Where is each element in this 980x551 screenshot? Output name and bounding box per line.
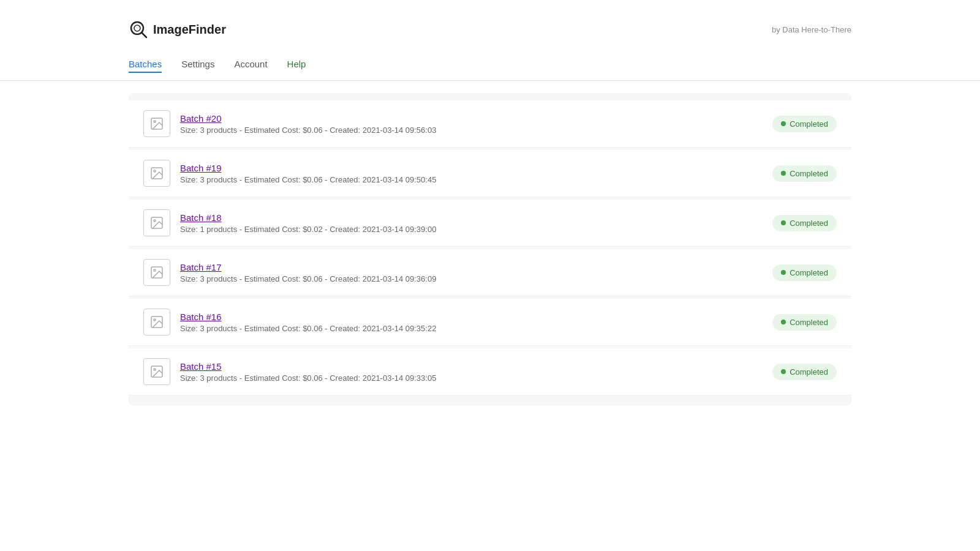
batch-title[interactable]: Batch #18 <box>180 212 763 223</box>
status-dot <box>781 320 786 324</box>
svg-point-2 <box>134 25 140 31</box>
batch-item: Batch #20 Size: 3 products - Estimated C… <box>129 100 851 148</box>
batch-icon <box>143 259 170 286</box>
batch-info: Batch #19 Size: 3 products - Estimated C… <box>180 163 763 184</box>
svg-point-6 <box>154 170 156 172</box>
status-label: Completed <box>790 119 828 129</box>
status-badge: Completed <box>772 364 837 380</box>
batches-container: Batch #20 Size: 3 products - Estimated C… <box>129 93 851 405</box>
main-nav: Batches Settings Account Help <box>0 49 980 81</box>
status-badge: Completed <box>772 116 837 132</box>
batch-details: Size: 3 products - Estimated Cost: $0.06… <box>180 126 763 135</box>
batch-details: Size: 3 products - Estimated Cost: $0.06… <box>180 274 763 283</box>
status-label: Completed <box>790 268 828 277</box>
batch-details: Size: 3 products - Estimated Cost: $0.06… <box>180 324 763 333</box>
batch-title[interactable]: Batch #16 <box>180 312 763 322</box>
batch-title[interactable]: Batch #19 <box>180 163 763 173</box>
status-label: Completed <box>790 318 828 327</box>
status-badge: Completed <box>772 264 837 281</box>
batch-details: Size: 1 products - Estimated Cost: $0.02… <box>180 225 763 234</box>
svg-point-14 <box>154 369 156 370</box>
status-label: Completed <box>790 169 828 178</box>
header-tagline: by Data Here-to-There <box>772 25 851 34</box>
svg-point-8 <box>154 220 156 222</box>
svg-point-10 <box>154 269 156 271</box>
nav-item-batches[interactable]: Batches <box>129 56 162 73</box>
status-label: Completed <box>790 367 828 377</box>
status-badge: Completed <box>772 165 837 182</box>
batch-info: Batch #17 Size: 3 products - Estimated C… <box>180 262 763 283</box>
nav-item-account[interactable]: Account <box>234 56 267 73</box>
batch-item: Batch #16 Size: 3 products - Estimated C… <box>129 299 851 346</box>
main-content: Batch #20 Size: 3 products - Estimated C… <box>0 81 980 418</box>
batch-item: Batch #15 Size: 3 products - Estimated C… <box>129 348 851 395</box>
batch-icon <box>143 110 170 137</box>
batch-info: Batch #15 Size: 3 products - Estimated C… <box>180 361 763 383</box>
batch-info: Batch #20 Size: 3 products - Estimated C… <box>180 113 763 135</box>
svg-point-12 <box>154 319 156 321</box>
status-dot <box>781 121 786 126</box>
batch-title[interactable]: Batch #17 <box>180 262 763 272</box>
svg-point-4 <box>154 121 156 122</box>
batch-title[interactable]: Batch #15 <box>180 361 763 372</box>
status-badge: Completed <box>772 215 837 231</box>
logo-icon <box>129 20 148 39</box>
nav-item-help[interactable]: Help <box>287 56 306 73</box>
batch-details: Size: 3 products - Estimated Cost: $0.06… <box>180 175 763 184</box>
logo-area: ImageFinder <box>129 20 226 39</box>
batch-item: Batch #17 Size: 3 products - Estimated C… <box>129 249 851 296</box>
batch-icon <box>143 358 170 385</box>
nav-item-settings[interactable]: Settings <box>181 56 214 73</box>
status-dot <box>781 171 786 176</box>
svg-line-1 <box>141 32 146 37</box>
status-dot <box>781 220 786 225</box>
batch-details: Size: 3 products - Estimated Cost: $0.06… <box>180 373 763 383</box>
batch-info: Batch #18 Size: 1 products - Estimated C… <box>180 212 763 234</box>
batch-icon <box>143 309 170 335</box>
batch-item: Batch #18 Size: 1 products - Estimated C… <box>129 200 851 247</box>
batch-icon <box>143 209 170 236</box>
status-label: Completed <box>790 219 828 228</box>
batch-title[interactable]: Batch #20 <box>180 113 763 124</box>
status-dot <box>781 369 786 374</box>
batch-item: Batch #19 Size: 3 products - Estimated C… <box>129 150 851 197</box>
status-dot <box>781 270 786 275</box>
status-badge: Completed <box>772 314 837 331</box>
app-title: ImageFinder <box>153 23 226 37</box>
header: ImageFinder by Data Here-to-There <box>0 0 980 49</box>
batch-icon <box>143 160 170 187</box>
batch-info: Batch #16 Size: 3 products - Estimated C… <box>180 312 763 333</box>
